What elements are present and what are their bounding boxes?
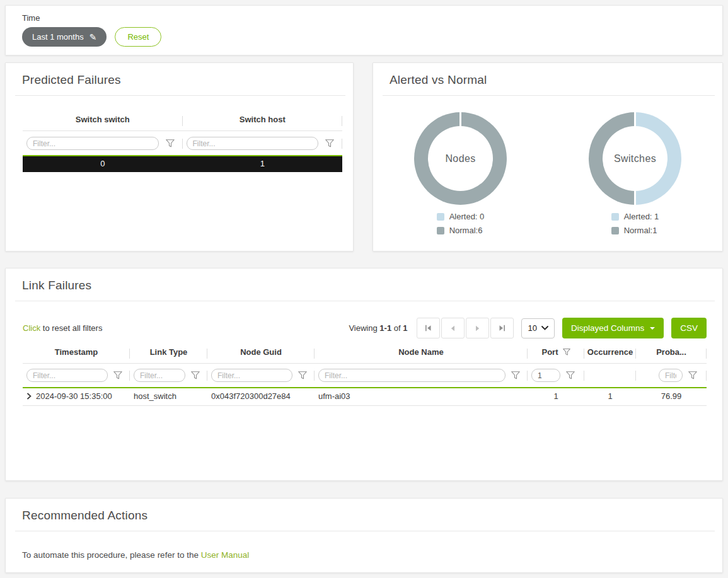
filter-funnel-icon[interactable] bbox=[325, 139, 334, 147]
switch-switch-filter-input[interactable] bbox=[26, 137, 159, 150]
procedure-text: To automate this procedure, please refer… bbox=[22, 550, 201, 560]
table-row[interactable]: 2024-09-30 15:35:00 host_switch 0x043f72… bbox=[23, 387, 707, 406]
recommended-actions-title: Recommended Actions bbox=[6, 499, 722, 531]
viewing-total: 1 bbox=[403, 323, 407, 333]
time-range-label: Last 1 months bbox=[32, 32, 84, 42]
viewing-status: Viewing 1-1 of 1 bbox=[349, 323, 407, 333]
occurrence-cell: 1 bbox=[584, 391, 636, 401]
switch-host-count: 1 bbox=[183, 156, 343, 172]
legend-item-normal[interactable]: Normal:6 bbox=[437, 226, 485, 235]
time-panel-label: Time bbox=[22, 13, 706, 23]
csv-label: CSV bbox=[680, 323, 698, 333]
viewing-label: Viewing bbox=[349, 323, 377, 333]
divider bbox=[15, 95, 345, 96]
nodes-donut-label: Nodes bbox=[428, 126, 493, 191]
divider bbox=[15, 531, 715, 531]
switch-host-filter-input[interactable] bbox=[187, 137, 319, 150]
filter-funnel-icon[interactable] bbox=[113, 371, 122, 379]
csv-export-button[interactable]: CSV bbox=[671, 318, 707, 338]
column-header-switch-host[interactable]: Switch host bbox=[183, 112, 343, 130]
filter-funnel-icon[interactable] bbox=[191, 371, 200, 379]
recommended-actions-text: To automate this procedure, please refer… bbox=[22, 550, 706, 560]
link-failures-table: Timestamp Link Type Node Guid Node Name … bbox=[23, 344, 707, 406]
table-header-row: Switch switch Switch host bbox=[23, 112, 342, 131]
pagination-controls bbox=[417, 318, 514, 338]
switches-donut-chart[interactable]: Switches bbox=[589, 112, 681, 205]
node-name-cell: ufm-ai03 bbox=[315, 391, 528, 401]
user-manual-link[interactable]: User Manual bbox=[201, 550, 250, 560]
reset-filters-line: Click to reset all filters bbox=[23, 323, 102, 333]
time-panel: Time Last 1 months ✎ Reset bbox=[5, 5, 723, 55]
link-failures-panel: Link Failures Click to reset all filters… bbox=[5, 268, 723, 481]
legend-item-alerted[interactable]: Alerted: 1 bbox=[611, 212, 659, 221]
column-header-switch-switch[interactable]: Switch switch bbox=[23, 112, 183, 130]
reset-filters-link[interactable]: Click bbox=[23, 323, 40, 333]
probability-filter-input[interactable] bbox=[659, 369, 683, 382]
dashboard-page: Time Last 1 months ✎ Reset Predicted Fai… bbox=[0, 0, 728, 573]
row-expander-chevron-icon[interactable] bbox=[26, 393, 32, 400]
filter-cell-port bbox=[528, 369, 584, 382]
legend-label: Normal:1 bbox=[624, 226, 657, 235]
column-header-timestamp[interactable]: Timestamp bbox=[23, 344, 130, 363]
nodes-legend: Alerted: 0 Normal:6 bbox=[437, 212, 485, 235]
table-header-row: Timestamp Link Type Node Guid Node Name … bbox=[23, 344, 707, 364]
column-header-probability[interactable]: Proba... bbox=[636, 344, 707, 363]
filter-funnel-icon[interactable] bbox=[566, 371, 575, 379]
timestamp-value: 2024-09-30 15:35:00 bbox=[36, 391, 112, 401]
filter-cell-probability bbox=[636, 369, 707, 382]
switches-donut-block: Switches Alerted: 1 Normal:1 bbox=[548, 112, 722, 235]
alerted-swatch-icon bbox=[437, 213, 444, 221]
time-controls: Last 1 months ✎ Reset bbox=[22, 27, 706, 47]
column-header-port[interactable]: Port bbox=[528, 344, 584, 363]
pagination-next-button[interactable] bbox=[466, 318, 489, 338]
column-header-occurrence[interactable]: Occurrence bbox=[584, 344, 636, 363]
time-range-button[interactable]: Last 1 months ✎ bbox=[22, 27, 107, 47]
timestamp-cell: 2024-09-30 15:35:00 bbox=[23, 391, 130, 401]
node-guid-filter-input[interactable] bbox=[211, 369, 292, 382]
viewing-of: of bbox=[394, 323, 401, 333]
legend-item-normal[interactable]: Normal:1 bbox=[611, 226, 659, 235]
port-cell: 1 bbox=[528, 391, 584, 401]
alerted-vs-normal-title: Alerted vs Normal bbox=[373, 63, 722, 95]
column-header-link-type[interactable]: Link Type bbox=[130, 344, 207, 363]
node-name-filter-input[interactable] bbox=[318, 369, 506, 382]
filter-funnel-icon[interactable] bbox=[511, 371, 520, 379]
column-header-node-guid[interactable]: Node Guid bbox=[207, 344, 315, 363]
page-size-value: 10 bbox=[528, 323, 536, 333]
legend-item-alerted[interactable]: Alerted: 0 bbox=[437, 212, 485, 221]
normal-swatch-icon bbox=[437, 227, 444, 234]
page-size-select[interactable]: 10 bbox=[521, 318, 554, 338]
predicted-failures-table: Switch switch Switch host bbox=[23, 112, 342, 172]
column-header-node-name[interactable]: Node Name bbox=[315, 344, 528, 363]
filter-cell-node-guid bbox=[207, 369, 315, 382]
legend-label: Alerted: 1 bbox=[624, 212, 659, 221]
nodes-donut-chart[interactable]: Nodes bbox=[414, 112, 507, 205]
displayed-columns-button[interactable]: Displayed Columns bbox=[562, 318, 664, 338]
filter-funnel-icon[interactable] bbox=[688, 371, 697, 379]
link-type-filter-input[interactable] bbox=[134, 369, 185, 382]
caret-down-icon bbox=[650, 327, 655, 330]
top-panels-row: Predicted Failures Switch switch Switch … bbox=[5, 62, 723, 251]
pagination-last-button[interactable] bbox=[490, 318, 514, 338]
node-guid-cell: 0x043f720300d27e84 bbox=[207, 391, 315, 401]
port-filter-input[interactable] bbox=[531, 369, 560, 382]
reset-filters-text: to reset all filters bbox=[40, 323, 102, 333]
filter-funnel-icon[interactable] bbox=[166, 139, 175, 147]
filter-cell-timestamp bbox=[23, 369, 130, 382]
probability-cell: 76.99 bbox=[636, 391, 707, 401]
filter-cell-link-type bbox=[130, 369, 207, 382]
pagination-prev-button[interactable] bbox=[441, 318, 465, 338]
predicted-failures-title: Predicted Failures bbox=[6, 63, 353, 95]
switches-legend: Alerted: 1 Normal:1 bbox=[611, 212, 659, 235]
link-type-cell: host_switch bbox=[130, 391, 207, 401]
timestamp-filter-input[interactable] bbox=[26, 369, 108, 382]
predicted-failures-panel: Predicted Failures Switch switch Switch … bbox=[5, 62, 354, 251]
chevron-down-icon bbox=[541, 326, 548, 330]
link-failures-toolbar: Click to reset all filters Viewing 1-1 o… bbox=[23, 318, 707, 338]
table-value-row[interactable]: 0 1 bbox=[23, 155, 342, 172]
pagination-first-button[interactable] bbox=[417, 318, 440, 338]
table-filter-row bbox=[23, 131, 342, 155]
filter-funnel-icon[interactable] bbox=[298, 371, 307, 379]
switch-switch-count: 0 bbox=[23, 156, 183, 172]
reset-button[interactable]: Reset bbox=[115, 27, 161, 47]
